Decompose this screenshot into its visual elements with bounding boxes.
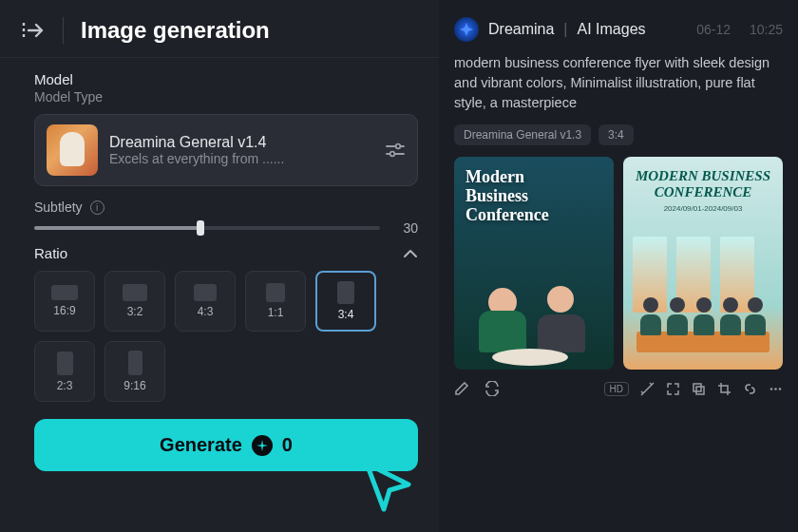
layers-icon[interactable] bbox=[692, 382, 706, 396]
generated-image-2[interactable]: MODERN BUSINESS CONFERENCE 2024/09/01-20… bbox=[623, 157, 783, 370]
ratio-option-16-9[interactable]: 16:9 bbox=[34, 271, 95, 332]
cursor-icon bbox=[361, 458, 418, 515]
image2-title: MODERN BUSINESS CONFERENCE bbox=[623, 168, 783, 200]
ratio-option-1-1[interactable]: 1:1 bbox=[245, 271, 306, 332]
ratio-shape-icon bbox=[123, 284, 147, 301]
model-description: Excels at everything from ...... bbox=[109, 151, 318, 166]
result-source: Dreamina bbox=[488, 21, 554, 38]
ratio-option-label: 9:16 bbox=[124, 379, 145, 392]
ratio-option-label: 3:4 bbox=[338, 308, 354, 321]
svg-rect-6 bbox=[696, 387, 704, 394]
prompt-text: modern business conference flyer with sl… bbox=[454, 53, 783, 113]
ratio-shape-icon bbox=[194, 284, 217, 301]
header-separator bbox=[63, 17, 64, 44]
link-icon[interactable] bbox=[743, 382, 757, 396]
crop-icon[interactable] bbox=[717, 382, 732, 396]
expand-icon[interactable] bbox=[666, 382, 680, 396]
ratio-shape-icon bbox=[128, 351, 142, 375]
svg-point-2 bbox=[396, 144, 401, 149]
collapse-icon[interactable] bbox=[21, 20, 46, 41]
generate-label: Generate bbox=[160, 434, 242, 456]
generated-image-1[interactable]: Modern Business Conference bbox=[454, 157, 614, 370]
model-selector[interactable]: Dreamina General v1.4 Excels at everythi… bbox=[34, 114, 418, 186]
subtlety-label: Subtlety bbox=[34, 200, 83, 215]
result-date: 06-12 bbox=[696, 22, 731, 37]
dreamina-logo-icon bbox=[454, 17, 479, 42]
model-settings-icon[interactable] bbox=[385, 142, 406, 159]
result-kind: AI Images bbox=[578, 21, 646, 38]
ratio-option-label: 4:3 bbox=[198, 305, 214, 318]
subtlety-value: 30 bbox=[393, 220, 418, 236]
ratio-shape-icon bbox=[57, 352, 73, 375]
model-type-label: Model Type bbox=[34, 89, 418, 104]
ratio-shape-icon bbox=[337, 281, 354, 304]
ratio-shape-icon bbox=[51, 285, 78, 300]
subtlety-slider[interactable] bbox=[34, 226, 380, 230]
svg-rect-5 bbox=[694, 384, 701, 391]
svg-point-8 bbox=[774, 388, 777, 390]
result-separator: | bbox=[563, 21, 567, 38]
result-time: 10:25 bbox=[750, 22, 783, 37]
slider-thumb[interactable] bbox=[197, 220, 204, 236]
generate-credit-icon bbox=[252, 435, 273, 456]
ratio-option-label: 2:3 bbox=[57, 379, 73, 392]
chevron-up-icon[interactable] bbox=[403, 249, 418, 258]
result-tag[interactable]: 3:4 bbox=[598, 124, 634, 145]
model-section-label: Model bbox=[34, 71, 418, 87]
result-tag[interactable]: Dreamina General v1.3 bbox=[454, 124, 591, 145]
ratio-option-3-4[interactable]: 3:4 bbox=[315, 271, 376, 332]
ratio-label: Ratio bbox=[34, 245, 67, 261]
more-icon[interactable] bbox=[769, 382, 783, 396]
ratio-option-label: 16:9 bbox=[53, 304, 75, 317]
edit-icon[interactable] bbox=[454, 381, 469, 396]
ratio-shape-icon bbox=[266, 283, 285, 302]
image1-title: Modern Business Conference bbox=[466, 168, 549, 224]
model-thumbnail bbox=[47, 124, 98, 176]
ratio-option-9-16[interactable]: 9:16 bbox=[104, 341, 165, 402]
regenerate-icon[interactable] bbox=[484, 381, 500, 396]
ratio-option-label: 1:1 bbox=[268, 306, 284, 319]
image2-date: 2024/09/01-2024/09/03 bbox=[623, 204, 783, 213]
svg-point-7 bbox=[770, 388, 773, 390]
svg-point-4 bbox=[390, 152, 395, 157]
panel-title: Image generation bbox=[81, 17, 270, 44]
ratio-option-label: 3:2 bbox=[127, 305, 143, 318]
wand-icon[interactable] bbox=[640, 382, 655, 396]
model-name: Dreamina General v1.4 bbox=[109, 134, 373, 151]
ratio-option-4-3[interactable]: 4:3 bbox=[175, 271, 236, 332]
ratio-option-3-2[interactable]: 3:2 bbox=[104, 271, 165, 332]
ratio-option-2-3[interactable]: 2:3 bbox=[34, 341, 95, 402]
hd-badge[interactable]: HD bbox=[604, 382, 629, 396]
svg-point-9 bbox=[779, 388, 782, 390]
info-icon[interactable]: i bbox=[90, 200, 104, 215]
generate-cost: 0 bbox=[282, 434, 293, 456]
